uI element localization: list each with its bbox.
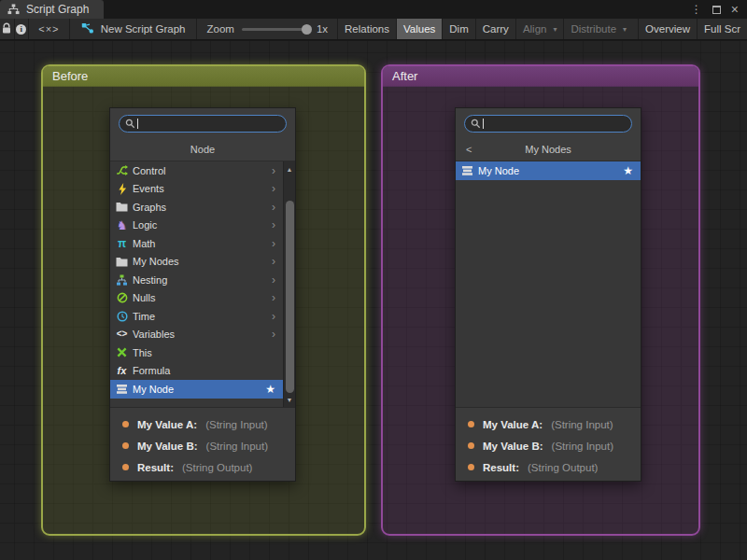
toolbar-toggle-group: Relations Values Dim Carry <box>337 19 747 39</box>
group-after-title: After <box>392 69 417 83</box>
toolbar-button[interactable]: Dim <box>442 19 474 39</box>
group-after-header[interactable]: After <box>383 66 698 87</box>
node-port-summary: My Value A: (String Input) My Value B: (… <box>456 408 641 481</box>
time-icon <box>115 311 129 322</box>
toolbar-button[interactable]: Full Scr <box>697 19 747 39</box>
search-input[interactable] <box>119 115 287 133</box>
port-description: Result: (String Output) <box>110 456 295 478</box>
tab-script-graph[interactable]: Script Graph <box>0 0 104 19</box>
finder-list-item[interactable]: π Math › <box>110 234 283 253</box>
finder-list-item[interactable]: Graphs › <box>110 198 283 217</box>
finder-list-item[interactable]: <> Variables › <box>110 326 283 344</box>
port-description: My Value A: (String Input) <box>456 413 641 435</box>
text-cursor <box>137 119 138 129</box>
finder-option-list: My Node ★ <box>456 161 641 408</box>
info-icon: i <box>16 24 26 35</box>
text-cursor <box>483 119 484 129</box>
maximize-icon[interactable] <box>712 6 721 14</box>
port-description: My Value A: (String Input) <box>110 413 295 435</box>
this-icon <box>115 347 129 357</box>
favorite-star-icon[interactable]: ★ <box>265 384 279 395</box>
chevron-right-icon: › <box>272 329 279 340</box>
variables-icon: <> <box>115 329 129 339</box>
kebab-menu-icon[interactable]: ⋮ <box>691 4 702 15</box>
port-dot-icon <box>122 442 129 449</box>
folder-icon <box>115 202 129 212</box>
tab-bar: Script Graph ⋮ × <box>0 0 747 19</box>
chevron-right-icon: › <box>272 183 279 194</box>
finder-list-item[interactable]: fx Formula <box>110 362 283 381</box>
finder-list-item[interactable]: Control › <box>110 161 283 180</box>
finder-list-item[interactable]: My Nodes › <box>110 253 283 272</box>
back-button[interactable]: < <box>466 144 472 155</box>
lock-button[interactable] <box>0 19 15 39</box>
toolbar-button[interactable]: Align ▾ <box>515 19 564 39</box>
nesting-icon <box>115 274 129 286</box>
finder-category-header: < My Nodes <box>456 138 641 161</box>
dropdown-caret-icon: ▾ <box>623 25 627 34</box>
port-description: My Value B: (String Input) <box>110 435 295 456</box>
finder-category-header: Node <box>110 138 295 161</box>
node-icon <box>115 384 129 395</box>
new-script-graph-button[interactable]: New Script Graph <box>70 19 198 39</box>
finder-list-item[interactable]: Time › <box>110 307 283 326</box>
chevron-right-icon: › <box>272 219 279 231</box>
finder-list-item[interactable]: Nesting › <box>110 271 283 289</box>
node-icon <box>460 165 474 176</box>
fuzzy-finder-before: Node Control › Event <box>109 107 296 482</box>
toolbar-button[interactable]: Overview <box>638 19 697 39</box>
finder-list-item[interactable]: Events › <box>110 180 283 199</box>
hierarchy-icon <box>7 4 21 15</box>
folder-icon <box>115 257 129 267</box>
scroll-down-icon[interactable]: ▼ <box>284 394 295 405</box>
close-icon[interactable]: × <box>731 3 739 16</box>
toolbar-button[interactable]: Relations <box>337 19 396 39</box>
window-controls: ⋮ × <box>691 0 747 19</box>
scrollbar[interactable]: ▲ ▼ <box>283 161 295 407</box>
node-port-summary: My Value A: (String Input) My Value B: (… <box>110 408 295 481</box>
control-icon <box>115 164 129 176</box>
info-button[interactable]: i <box>15 19 30 39</box>
logic-icon: ♞ <box>115 219 129 231</box>
edit-source-button[interactable]: <×> <box>29 19 70 39</box>
search-icon <box>471 116 481 133</box>
finder-list-item[interactable]: My Node ★ <box>456 161 641 180</box>
port-dot-icon <box>468 442 474 449</box>
graph-node-icon <box>81 22 94 35</box>
group-before-header[interactable]: Before <box>43 66 364 87</box>
chevron-right-icon: › <box>272 202 279 213</box>
search-icon <box>125 116 135 133</box>
zoom-slider-handle[interactable] <box>302 24 312 35</box>
toolbar-button[interactable]: Distribute ▾ <box>563 19 633 39</box>
port-description: Result: (String Output) <box>456 456 641 478</box>
chevron-right-icon: › <box>272 238 279 249</box>
chevron-right-icon: › <box>272 256 279 267</box>
search-input[interactable] <box>464 115 632 133</box>
graph-canvas[interactable]: Before After Node <box>0 41 747 560</box>
scroll-up-icon[interactable]: ▲ <box>284 163 295 175</box>
lock-icon <box>1 22 12 36</box>
toolbar-button[interactable]: Carry <box>475 19 515 39</box>
tab-label: Script Graph <box>26 3 89 16</box>
math-icon: π <box>115 238 129 249</box>
favorite-star-icon[interactable]: ★ <box>623 165 637 176</box>
chevron-right-icon: › <box>272 292 279 303</box>
finder-list-item[interactable]: ♞ Logic › <box>110 217 283 235</box>
toolbar-button[interactable]: Values <box>396 19 442 39</box>
graph-toolbar: i <×> New Script Graph Zoom 1x Relations <box>0 19 747 40</box>
port-dot-icon <box>468 421 474 427</box>
formula-icon: fx <box>115 366 129 376</box>
group-before-title: Before <box>52 69 88 83</box>
chevron-right-icon: › <box>272 311 279 322</box>
finder-option-list: Control › Events › <box>110 161 295 408</box>
zoom-slider[interactable] <box>242 28 309 31</box>
chevron-right-icon: › <box>272 274 279 286</box>
scrollbar-thumb[interactable] <box>286 201 294 393</box>
finder-list-item[interactable]: This <box>110 343 283 362</box>
finder-list-item[interactable]: Nulls › <box>110 289 283 308</box>
events-icon <box>115 183 129 195</box>
port-description: My Value B: (String Input) <box>456 435 641 456</box>
zoom-label: Zoom <box>206 23 233 35</box>
zoom-control: Zoom 1x <box>197 19 337 39</box>
finder-list-item[interactable]: My Node ★ <box>110 380 283 399</box>
